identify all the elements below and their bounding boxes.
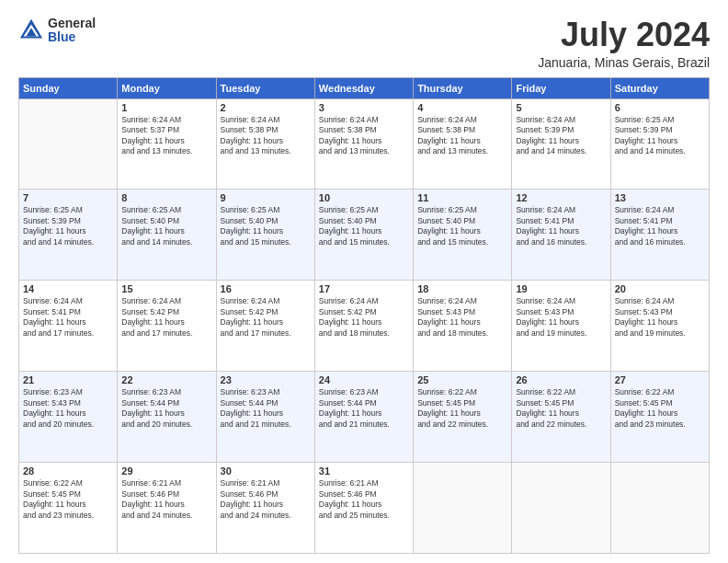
day-info: Sunrise: 6:23 AMSunset: 5:44 PMDaylight:… xyxy=(121,387,211,430)
day-info: Sunrise: 6:24 AMSunset: 5:41 PMDaylight:… xyxy=(615,205,705,247)
weekday-tuesday: Tuesday xyxy=(216,77,314,98)
day-info: Sunrise: 6:24 AMSunset: 5:39 PMDaylight:… xyxy=(516,115,606,157)
day-number: 1 xyxy=(121,102,211,113)
day-cell: 30Sunrise: 6:21 AMSunset: 5:46 PMDayligh… xyxy=(216,463,314,554)
day-number: 15 xyxy=(121,283,211,294)
day-cell: 7Sunrise: 6:25 AMSunset: 5:39 PMDaylight… xyxy=(19,190,118,281)
logo: General Blue xyxy=(18,17,96,45)
day-number: 13 xyxy=(615,192,705,203)
day-info: Sunrise: 6:22 AMSunset: 5:45 PMDaylight:… xyxy=(417,387,507,430)
day-number: 8 xyxy=(121,192,211,203)
day-cell xyxy=(512,463,610,554)
day-number: 28 xyxy=(23,465,113,477)
location: Januaria, Minas Gerais, Brazil xyxy=(538,55,710,70)
day-number: 10 xyxy=(319,192,409,203)
day-info: Sunrise: 6:25 AMSunset: 5:40 PMDaylight:… xyxy=(417,205,507,247)
day-number: 22 xyxy=(121,374,211,385)
day-number: 4 xyxy=(417,102,507,113)
day-cell: 15Sunrise: 6:24 AMSunset: 5:42 PMDayligh… xyxy=(118,281,216,372)
day-cell: 10Sunrise: 6:25 AMSunset: 5:40 PMDayligh… xyxy=(314,190,413,281)
week-row-4: 21Sunrise: 6:23 AMSunset: 5:43 PMDayligh… xyxy=(19,372,710,463)
weekday-friday: Friday xyxy=(512,77,610,98)
logo-blue-text: Blue xyxy=(48,30,96,44)
day-cell: 18Sunrise: 6:24 AMSunset: 5:43 PMDayligh… xyxy=(414,281,512,372)
day-cell: 5Sunrise: 6:24 AMSunset: 5:39 PMDaylight… xyxy=(512,98,610,190)
day-cell: 14Sunrise: 6:24 AMSunset: 5:41 PMDayligh… xyxy=(19,281,118,372)
day-number: 2 xyxy=(221,102,311,113)
day-cell: 12Sunrise: 6:24 AMSunset: 5:41 PMDayligh… xyxy=(512,190,610,281)
day-number: 11 xyxy=(417,192,507,203)
day-info: Sunrise: 6:24 AMSunset: 5:41 PMDaylight:… xyxy=(23,296,113,339)
day-info: Sunrise: 6:22 AMSunset: 5:45 PMDaylight:… xyxy=(615,387,705,430)
day-cell: 6Sunrise: 6:25 AMSunset: 5:39 PMDaylight… xyxy=(610,98,709,190)
weekday-monday: Monday xyxy=(118,77,216,98)
day-info: Sunrise: 6:24 AMSunset: 5:38 PMDaylight:… xyxy=(417,115,507,157)
logo-text: General Blue xyxy=(48,17,96,45)
day-info: Sunrise: 6:21 AMSunset: 5:46 PMDaylight:… xyxy=(319,478,409,521)
day-number: 14 xyxy=(23,283,113,294)
day-info: Sunrise: 6:24 AMSunset: 5:38 PMDaylight:… xyxy=(221,115,311,157)
day-info: Sunrise: 6:24 AMSunset: 5:42 PMDaylight:… xyxy=(221,296,311,339)
page: General Blue July 2024 Januaria, Minas G… xyxy=(0,0,728,563)
day-cell: 29Sunrise: 6:21 AMSunset: 5:46 PMDayligh… xyxy=(118,463,216,554)
day-info: Sunrise: 6:25 AMSunset: 5:40 PMDaylight:… xyxy=(221,205,311,247)
month-title: July 2024 xyxy=(538,17,710,53)
day-number: 29 xyxy=(121,465,211,477)
day-cell: 9Sunrise: 6:25 AMSunset: 5:40 PMDaylight… xyxy=(216,190,314,281)
day-number: 31 xyxy=(319,465,409,477)
day-cell: 17Sunrise: 6:24 AMSunset: 5:42 PMDayligh… xyxy=(314,281,413,372)
day-number: 3 xyxy=(319,102,409,113)
day-info: Sunrise: 6:25 AMSunset: 5:40 PMDaylight:… xyxy=(121,205,211,247)
day-cell: 8Sunrise: 6:25 AMSunset: 5:40 PMDaylight… xyxy=(118,190,216,281)
day-info: Sunrise: 6:24 AMSunset: 5:37 PMDaylight:… xyxy=(121,115,211,157)
day-info: Sunrise: 6:24 AMSunset: 5:38 PMDaylight:… xyxy=(319,115,409,157)
day-number: 24 xyxy=(319,374,409,385)
day-info: Sunrise: 6:25 AMSunset: 5:40 PMDaylight:… xyxy=(319,205,409,247)
day-info: Sunrise: 6:22 AMSunset: 5:45 PMDaylight:… xyxy=(23,478,113,521)
day-cell: 31Sunrise: 6:21 AMSunset: 5:46 PMDayligh… xyxy=(314,463,413,554)
day-info: Sunrise: 6:24 AMSunset: 5:43 PMDaylight:… xyxy=(615,296,705,339)
day-number: 17 xyxy=(319,283,409,294)
day-cell: 21Sunrise: 6:23 AMSunset: 5:43 PMDayligh… xyxy=(19,372,118,463)
day-number: 12 xyxy=(516,192,606,203)
header: General Blue July 2024 Januaria, Minas G… xyxy=(18,17,710,70)
day-info: Sunrise: 6:24 AMSunset: 5:42 PMDaylight:… xyxy=(319,296,409,339)
day-number: 23 xyxy=(221,374,311,385)
day-info: Sunrise: 6:23 AMSunset: 5:43 PMDaylight:… xyxy=(23,387,113,430)
day-number: 30 xyxy=(221,465,311,477)
day-info: Sunrise: 6:24 AMSunset: 5:43 PMDaylight:… xyxy=(417,296,507,339)
day-number: 5 xyxy=(516,102,606,113)
calendar: SundayMondayTuesdayWednesdayThursdayFrid… xyxy=(18,77,710,554)
day-info: Sunrise: 6:23 AMSunset: 5:44 PMDaylight:… xyxy=(221,387,311,430)
day-number: 25 xyxy=(417,374,507,385)
day-cell: 26Sunrise: 6:22 AMSunset: 5:45 PMDayligh… xyxy=(512,372,610,463)
day-number: 26 xyxy=(516,374,606,385)
logo-icon xyxy=(18,17,44,43)
day-number: 16 xyxy=(221,283,311,294)
day-info: Sunrise: 6:24 AMSunset: 5:42 PMDaylight:… xyxy=(121,296,211,339)
week-row-5: 28Sunrise: 6:22 AMSunset: 5:45 PMDayligh… xyxy=(19,463,710,554)
week-row-3: 14Sunrise: 6:24 AMSunset: 5:41 PMDayligh… xyxy=(19,281,710,372)
day-info: Sunrise: 6:24 AMSunset: 5:43 PMDaylight:… xyxy=(516,296,606,339)
week-row-2: 7Sunrise: 6:25 AMSunset: 5:39 PMDaylight… xyxy=(19,190,710,281)
day-info: Sunrise: 6:23 AMSunset: 5:44 PMDaylight:… xyxy=(319,387,409,430)
weekday-sunday: Sunday xyxy=(19,77,118,98)
logo-general-text: General xyxy=(48,17,96,30)
day-cell: 16Sunrise: 6:24 AMSunset: 5:42 PMDayligh… xyxy=(216,281,314,372)
day-number: 20 xyxy=(615,283,705,294)
day-number: 7 xyxy=(23,192,113,203)
day-number: 27 xyxy=(615,374,705,385)
day-cell: 13Sunrise: 6:24 AMSunset: 5:41 PMDayligh… xyxy=(610,190,709,281)
day-cell: 1Sunrise: 6:24 AMSunset: 5:37 PMDaylight… xyxy=(118,98,216,190)
day-cell xyxy=(414,463,512,554)
day-cell: 27Sunrise: 6:22 AMSunset: 5:45 PMDayligh… xyxy=(610,372,709,463)
day-cell: 19Sunrise: 6:24 AMSunset: 5:43 PMDayligh… xyxy=(512,281,610,372)
day-number: 9 xyxy=(221,192,311,203)
day-cell xyxy=(19,98,118,190)
day-info: Sunrise: 6:22 AMSunset: 5:45 PMDaylight:… xyxy=(516,387,606,430)
day-cell: 28Sunrise: 6:22 AMSunset: 5:45 PMDayligh… xyxy=(19,463,118,554)
day-info: Sunrise: 6:21 AMSunset: 5:46 PMDaylight:… xyxy=(221,478,311,521)
day-number: 18 xyxy=(417,283,507,294)
day-cell: 3Sunrise: 6:24 AMSunset: 5:38 PMDaylight… xyxy=(314,98,413,190)
day-cell: 4Sunrise: 6:24 AMSunset: 5:38 PMDaylight… xyxy=(414,98,512,190)
